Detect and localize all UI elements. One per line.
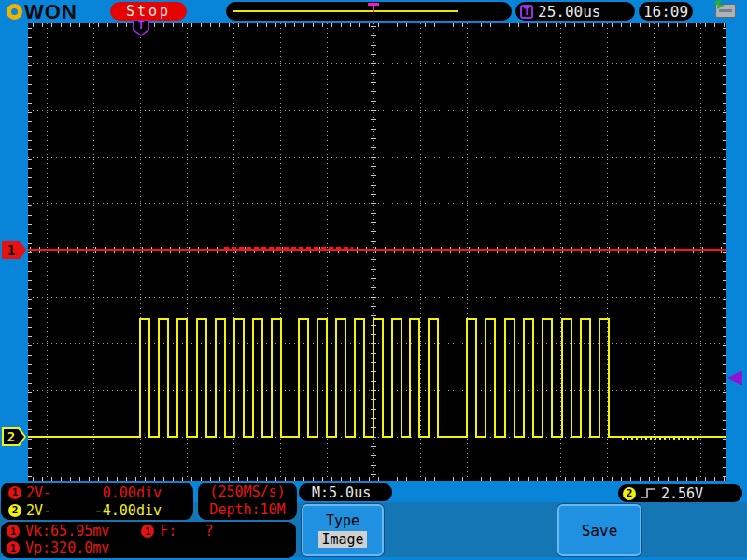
measurement-row-1: 1 Vk:65.95mv 1 F: ? [7,523,290,539]
trigger-icon: T [520,5,533,19]
channel2-scale: 2V- [26,502,51,519]
trigger-offset-readout: T 25.00us [515,2,635,21]
trigger-source-badge: 2 [623,487,636,500]
waveform-display-area [28,23,726,481]
trigger-level-arrow-icon[interactable] [727,371,742,385]
sample-rate: (250MS/s) [198,483,297,501]
save-label: Save [582,522,618,539]
measure-f-value: ? [204,523,213,539]
measure-frequency-group: 1 F: ? [141,523,213,539]
oscilloscope-screen: WON Stop T 25.00us 16:09 T 1 2 1 2V- 0.0… [0,0,747,560]
memory-depth: Depth:10M [198,501,297,519]
owon-logo: WON [7,0,78,23]
timebase-readout: M:5.0us [299,483,392,501]
memory-position-bar[interactable] [226,2,512,21]
measure-vp: Vp:320.0mv [25,539,109,556]
channel1-scale: 2V- [26,484,51,501]
clock: 16:09 [639,2,693,21]
memory-window-line [233,10,458,12]
measurement-panel: 1 Vk:65.95mv 1 F: ? 1 Vp:320.0mv [1,522,296,558]
trigger-level-value: 2.56V [661,485,703,502]
type-value: Image [318,531,366,548]
measure-f-label: F: [160,523,176,539]
channel-info-panel: 1 2V- 0.00div 2 2V- -4.00div [1,483,193,520]
measure-vk: Vk:65.95mv [25,523,109,539]
owon-logo-ring-icon [7,4,22,20]
type-image-button[interactable]: Type Image [302,504,384,556]
channel2-info-row: 2 2V- -4.00div [8,501,186,519]
acquisition-info-panel: (250MS/s) Depth:10M [198,483,297,520]
measure-vp-badge: 1 [7,541,20,554]
channel1-badge: 1 [8,486,21,499]
channel1-offset: 0.00div [103,484,162,501]
rising-edge-icon [641,486,656,500]
measure-vk-badge: 1 [7,525,20,538]
channel2-offset: -4.00div [94,502,162,519]
graticule-and-traces [28,23,726,481]
trigger-offset-value: 25.00us [538,3,600,21]
channel1-position-marker[interactable]: 1 [2,241,26,259]
trigger-level-readout: 2 2.56V [618,484,742,502]
channel2-position-marker[interactable]: 2 [2,427,26,446]
channel1-info-row: 1 2V- 0.00div [8,483,186,501]
acquisition-status-badge: Stop [110,2,187,21]
measurement-row-2: 1 Vp:320.0mv [7,539,290,556]
trigger-position-marker-stem [373,6,374,12]
type-label: Type [326,512,359,529]
channel2-badge: 2 [8,504,21,517]
save-button[interactable]: Save [557,504,641,556]
owon-logo-text: WON [24,0,78,24]
measure-f-badge: 1 [141,525,154,538]
